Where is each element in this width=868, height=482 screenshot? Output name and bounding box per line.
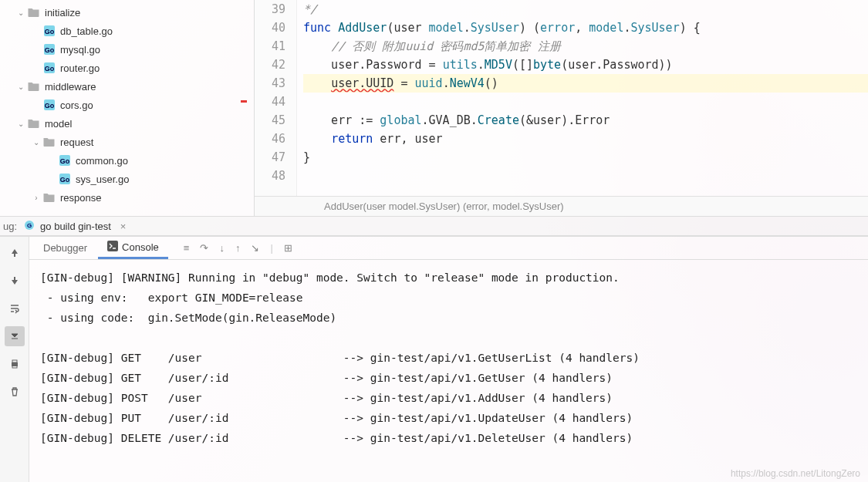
folder-icon xyxy=(28,6,40,19)
tree-label: initialize xyxy=(45,7,80,19)
debug-label: ug: xyxy=(3,221,17,232)
file-node[interactable]: Gocors.go xyxy=(0,96,254,114)
go-file-icon: Go xyxy=(43,62,56,74)
svg-rect-16 xyxy=(12,366,17,368)
calculator-icon[interactable]: ⊞ xyxy=(284,242,292,254)
tree-label: request xyxy=(60,137,93,148)
tree-label: mysql.go xyxy=(60,44,100,56)
svg-text:G: G xyxy=(27,222,32,229)
tab-debugger[interactable]: Debugger xyxy=(34,239,96,257)
chevron-icon: ⌄ xyxy=(15,81,26,92)
tree-label: middleware xyxy=(45,81,96,93)
folder-icon xyxy=(43,191,56,204)
svg-rect-17 xyxy=(107,241,118,251)
debug-config-bar: ug: G go build gin-test × xyxy=(0,216,868,236)
tree-label: router.go xyxy=(60,62,100,74)
run-cursor-icon[interactable]: ↘ xyxy=(251,242,259,254)
file-node[interactable]: Gomysql.go xyxy=(0,40,254,59)
line-gutter: 39404142434445464748 xyxy=(255,0,297,196)
chevron-icon: › xyxy=(31,192,42,203)
panel-tabs: Debugger Console ≡ ↷ ↓ ↑ ↘ | ⊞ xyxy=(29,237,868,260)
file-node[interactable]: Gorouter.go xyxy=(0,59,254,77)
go-file-icon: Go xyxy=(43,99,56,111)
folder-node[interactable]: ›response xyxy=(0,188,254,207)
tree-label: response xyxy=(60,192,101,204)
folder-icon xyxy=(43,136,56,148)
breadcrumb-text: AddUser(user model.SysUser) (error, mode… xyxy=(324,201,564,212)
folder-icon xyxy=(28,117,40,130)
tree-label: sys_user.go xyxy=(76,174,129,185)
go-file-icon: Go xyxy=(59,154,71,167)
svg-text:Go: Go xyxy=(45,65,55,72)
svg-text:Go: Go xyxy=(45,102,55,110)
svg-text:Go: Go xyxy=(60,157,70,165)
trash-icon[interactable] xyxy=(5,382,25,402)
step-up-icon[interactable] xyxy=(5,243,25,263)
breadcrumb[interactable]: AddUser(user model.SysUser) (error, mode… xyxy=(255,196,868,216)
go-file-icon: Go xyxy=(59,173,71,185)
project-tree[interactable]: ⌄initializeGodb_table.goGomysql.goGorout… xyxy=(0,0,255,216)
chevron-icon: ⌄ xyxy=(31,137,42,147)
file-node[interactable]: Gocommon.go xyxy=(0,151,254,170)
chevron-icon: ⌄ xyxy=(15,7,26,18)
folder-node[interactable]: ⌄model xyxy=(0,114,254,133)
svg-text:Go: Go xyxy=(45,46,55,54)
tree-label: model xyxy=(45,118,72,130)
folder-icon xyxy=(28,80,40,93)
svg-text:Go: Go xyxy=(60,176,70,184)
close-icon[interactable]: × xyxy=(120,221,127,232)
file-node[interactable]: Godb_table.go xyxy=(0,22,254,40)
go-file-icon: Go xyxy=(43,25,56,37)
debug-toolbar xyxy=(0,237,29,482)
file-node[interactable]: Gosys_user.go xyxy=(0,170,254,188)
folder-node[interactable]: ⌄request xyxy=(0,133,254,151)
go-icon: G xyxy=(23,219,35,234)
run-configuration[interactable]: G go build gin-test × xyxy=(23,219,126,234)
print-icon[interactable] xyxy=(5,354,25,374)
step-over-icon[interactable]: ↷ xyxy=(200,242,208,254)
code-editor[interactable]: 39404142434445464748 */func AddUser(user… xyxy=(255,0,868,216)
watermark: https://blog.csdn.net/LitongZero xyxy=(731,468,860,479)
console-icon xyxy=(107,241,118,254)
tree-label: db_table.go xyxy=(60,25,113,37)
scroll-end-icon[interactable] xyxy=(5,326,25,346)
folder-node[interactable]: ⌄middleware xyxy=(0,77,254,96)
go-file-icon: Go xyxy=(43,43,56,56)
console-output[interactable]: [GIN-debug] [WARNING] Running in "debug"… xyxy=(29,260,868,482)
folder-node[interactable]: ⌄initialize xyxy=(0,3,254,22)
code-content[interactable]: */func AddUser(user model.SysUser) (erro… xyxy=(297,0,868,196)
step-out-icon[interactable]: ↑ xyxy=(235,242,241,254)
tab-console[interactable]: Console xyxy=(98,238,168,259)
chevron-icon: ⌄ xyxy=(15,118,26,129)
run-config-label: go build gin-test xyxy=(40,221,111,232)
tree-label: common.go xyxy=(76,155,128,167)
step-down-icon[interactable] xyxy=(5,271,25,291)
tree-label: cors.go xyxy=(60,99,93,111)
svg-rect-15 xyxy=(12,360,17,362)
threads-icon[interactable]: ≡ xyxy=(184,242,190,254)
step-into-icon[interactable]: ↓ xyxy=(219,242,225,254)
svg-text:Go: Go xyxy=(45,28,55,35)
wrap-icon[interactable] xyxy=(5,298,25,319)
